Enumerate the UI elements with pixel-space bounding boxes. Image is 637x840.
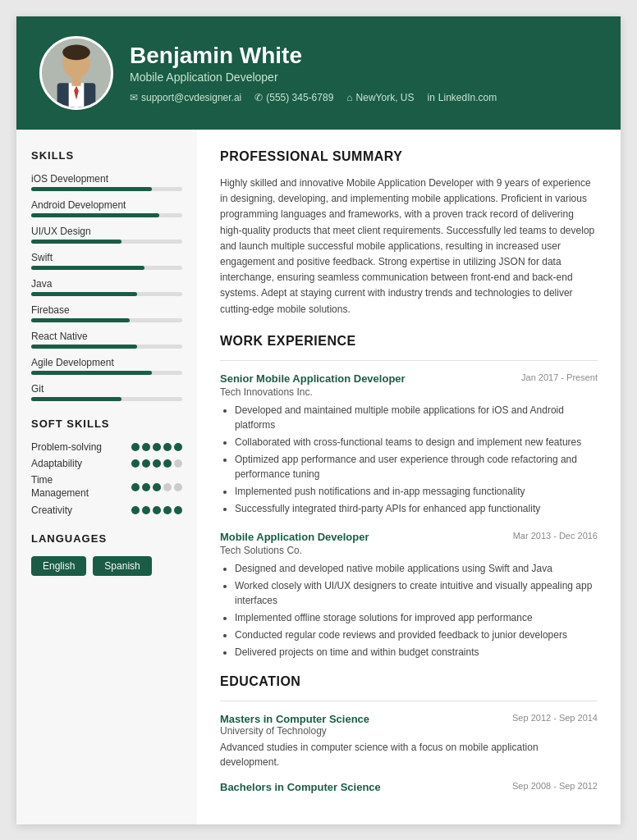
edu-entry-0-school: University of Technology xyxy=(220,725,598,737)
soft-skill-time-name: TimeManagement xyxy=(31,474,89,500)
lang-spanish: Spanish xyxy=(93,556,151,576)
header-name: Benjamin White xyxy=(130,43,598,69)
soft-skill-adaptability: Adaptability xyxy=(31,458,182,469)
sidebar: SKILLS iOS Development Android Developme… xyxy=(16,130,197,824)
work-entry-1-company: Tech Solutions Co. xyxy=(220,545,598,556)
soft-skill-creativity: Creativity xyxy=(31,504,182,516)
work-entry-1-header: Mobile Application Developer Mar 2013 - … xyxy=(220,531,598,543)
work-entry-0: Senior Mobile Application Developer Jan … xyxy=(220,372,598,516)
skill-android-name: Android Development xyxy=(31,199,182,211)
work-entry-1-date: Mar 2013 - Dec 2016 xyxy=(513,531,598,541)
phone-icon: ✆ xyxy=(254,92,263,103)
work-entry-0-date: Jan 2017 - Present xyxy=(521,372,598,382)
list-item: Implemented push notifications and in-ap… xyxy=(235,484,598,499)
skill-git: Git xyxy=(31,383,182,401)
list-item: Designed and developed native mobile app… xyxy=(235,561,598,576)
summary-text: Highly skilled and innovative Mobile App… xyxy=(220,176,598,317)
soft-skill-problem-name: Problem-solving xyxy=(31,441,102,453)
list-item: Worked closely with UI/UX designers to c… xyxy=(235,578,598,608)
skill-git-name: Git xyxy=(31,383,182,395)
skill-ios-name: iOS Development xyxy=(31,173,182,185)
location-icon: ⌂ xyxy=(346,92,352,103)
soft-skill-problem: Problem-solving xyxy=(31,441,182,453)
skill-firebase-name: Firebase xyxy=(31,304,182,316)
phone-text: (555) 345-6789 xyxy=(266,92,333,103)
soft-skills-title: SOFT SKILLS xyxy=(31,418,182,430)
contact-email: ✉ support@cvdesigner.ai xyxy=(130,92,241,103)
skill-agile: Agile Development xyxy=(31,357,182,375)
edu-entry-1: Bachelors in Computer Science Sep 2008 -… xyxy=(220,781,598,793)
lang-english: English xyxy=(31,556,86,576)
work-entry-0-company: Tech Innovations Inc. xyxy=(220,386,598,398)
soft-skill-time-dots xyxy=(131,483,182,491)
skill-ios-bar-fill xyxy=(31,187,152,191)
edu-entry-0-degree: Masters in Computer Science xyxy=(220,713,369,725)
edu-entry-1-header: Bachelors in Computer Science Sep 2008 -… xyxy=(220,781,598,793)
list-item: Conducted regular code reviews and provi… xyxy=(235,628,598,642)
skill-react-native-name: React Native xyxy=(31,331,182,342)
header-contacts: ✉ support@cvdesigner.ai ✆ (555) 345-6789… xyxy=(130,92,598,103)
skill-java: Java xyxy=(31,278,182,296)
contact-linkedin: in LinkedIn.com xyxy=(427,92,497,103)
list-item: Delivered projects on time and within bu… xyxy=(235,645,598,660)
location-text: NewYork, US xyxy=(356,92,415,103)
avatar xyxy=(39,36,113,110)
svg-point-2 xyxy=(62,44,90,60)
header-section: Benjamin White Mobile Application Develo… xyxy=(16,16,621,130)
list-item: Successfully integrated third-party APIs… xyxy=(235,501,598,516)
language-tags: English Spanish xyxy=(31,556,182,576)
skill-swift: Swift xyxy=(31,252,182,270)
skill-uiux-name: UI/UX Design xyxy=(31,226,182,237)
contact-phone: ✆ (555) 345-6789 xyxy=(254,92,333,103)
list-item: Collaborated with cross-functional teams… xyxy=(235,435,598,450)
work-entry-1-bullets: Designed and developed native mobile app… xyxy=(220,561,598,660)
skill-agile-name: Agile Development xyxy=(31,357,182,368)
edu-entry-0-date: Sep 2012 - Sep 2014 xyxy=(512,713,598,725)
work-entry-1-title: Mobile Application Developer xyxy=(220,531,369,543)
body-section: SKILLS iOS Development Android Developme… xyxy=(16,130,621,824)
soft-skill-adaptability-dots xyxy=(131,459,182,468)
edu-entry-1-degree: Bachelors in Computer Science xyxy=(220,781,381,793)
svg-rect-6 xyxy=(71,77,80,86)
education-title: EDUCATION xyxy=(220,674,598,692)
skill-ios: iOS Development xyxy=(31,173,182,191)
soft-skill-creativity-name: Creativity xyxy=(31,504,72,516)
education-divider xyxy=(220,701,598,701)
soft-skills-list: Problem-solving Adaptability xyxy=(31,441,182,516)
email-icon: ✉ xyxy=(130,92,138,103)
skill-android: Android Development xyxy=(31,199,182,217)
linkedin-text: LinkedIn.com xyxy=(438,92,497,103)
work-divider xyxy=(220,360,598,361)
header-subtitle: Mobile Application Developer xyxy=(130,71,598,84)
work-entry-0-bullets: Developed and maintained multiple mobile… xyxy=(220,403,598,516)
list-item: Developed and maintained multiple mobile… xyxy=(235,403,598,432)
edu-entry-0-desc: Advanced studies in computer science wit… xyxy=(220,740,598,769)
skills-title: SKILLS xyxy=(31,149,182,162)
summary-title: PROFESSIONAL SUMMARY xyxy=(220,149,598,167)
edu-entry-0-header: Masters in Computer Science Sep 2012 - S… xyxy=(220,713,598,725)
soft-skill-problem-dots xyxy=(131,443,182,451)
email-text: support@cvdesigner.ai xyxy=(141,92,241,103)
skill-firebase: Firebase xyxy=(31,304,182,322)
skill-uiux: UI/UX Design xyxy=(31,226,182,244)
soft-skill-creativity-dots xyxy=(131,506,182,514)
work-entry-0-header: Senior Mobile Application Developer Jan … xyxy=(220,372,598,385)
linkedin-icon: in xyxy=(427,92,434,103)
skill-swift-name: Swift xyxy=(31,252,182,263)
skill-ios-bar-bg xyxy=(31,187,182,191)
skills-list: iOS Development Android Development UI/U… xyxy=(31,173,182,401)
work-title: WORK EXPERIENCE xyxy=(220,334,598,352)
contact-location: ⌂ NewYork, US xyxy=(346,92,414,103)
edu-entry-1-date: Sep 2008 - Sep 2012 xyxy=(512,781,598,793)
soft-skill-time: TimeManagement xyxy=(31,474,182,500)
list-item: Optimized app performance and user exper… xyxy=(235,452,598,482)
header-info: Benjamin White Mobile Application Develo… xyxy=(130,43,598,103)
edu-entry-0: Masters in Computer Science Sep 2012 - S… xyxy=(220,713,598,769)
work-entry-0-title: Senior Mobile Application Developer xyxy=(220,372,406,385)
work-entry-1: Mobile Application Developer Mar 2013 - … xyxy=(220,531,598,660)
main-content: PROFESSIONAL SUMMARY Highly skilled and … xyxy=(197,130,621,824)
skill-java-name: Java xyxy=(31,278,182,290)
resume-wrapper: Benjamin White Mobile Application Develo… xyxy=(16,16,621,824)
soft-skill-adaptability-name: Adaptability xyxy=(31,458,82,469)
list-item: Implemented offline storage solutions fo… xyxy=(235,610,598,625)
